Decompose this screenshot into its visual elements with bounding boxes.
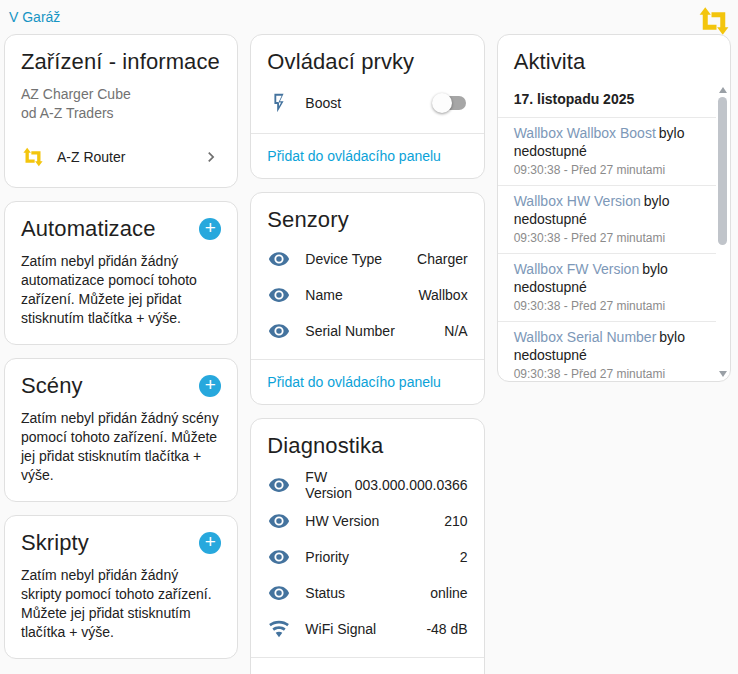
diagnostics-card: Diagnostika FW Version 003.000.000.0366 … [250, 418, 484, 674]
connected-via-label: A-Z Router [57, 149, 201, 165]
logbook-date-header: 17. listopadu 2025 [498, 83, 716, 118]
add-automation-button[interactable]: + [199, 218, 221, 240]
flash-outline-icon [268, 92, 290, 114]
sensor-row-device-type[interactable]: Device Type Charger [267, 241, 467, 277]
scripts-card: Skripty + Zatím nebyl přidán žádný skrip… [4, 515, 238, 659]
automations-card: Automatizace + Zatím nebyl přidán žádný … [4, 201, 238, 345]
logbook-list: 17. listopadu 2025 Wallbox Wallbox Boost… [498, 83, 716, 381]
scripts-title: Skripty [21, 530, 89, 556]
logbook-entry-time: 09:30:38 - Před 27 minutami [514, 162, 700, 178]
logbook-entry: Wallbox HW Versionbylo nedostupné 09:30:… [498, 186, 716, 254]
controls-title: Ovládací prvky [267, 49, 467, 75]
automations-title: Automatizace [21, 216, 156, 242]
logbook-entry: Wallbox FW Versionbylo nedostupné 09:30:… [498, 254, 716, 322]
diagnostic-value: 2 [460, 549, 468, 565]
device-model: AZ Charger Cube [21, 85, 221, 104]
eye-icon [268, 474, 290, 496]
sensor-value: N/A [444, 323, 467, 339]
diagnostic-row-status[interactable]: Status online [267, 575, 467, 611]
chevron-right-icon [201, 147, 221, 167]
diagnostic-row-fw-version[interactable]: FW Version 003.000.000.0366 [267, 467, 467, 503]
activity-title: Aktivita [498, 35, 730, 83]
add-to-dashboard-link-controls[interactable]: Přidat do ovládacího panelu [251, 134, 483, 178]
boost-row: Boost [267, 83, 467, 123]
middle-column: Ovládací prvky Boost [250, 34, 484, 674]
scrollbar-thumb[interactable] [718, 97, 727, 245]
scenes-card: Scény + Zatím nebyl přidán žádný scény p… [4, 358, 238, 502]
boost-toggle[interactable] [432, 96, 466, 110]
logbook-entity-link[interactable]: Wallbox HW Version [514, 193, 641, 209]
diagnostics-title: Diagnostika [267, 433, 467, 459]
eye-icon [268, 320, 290, 342]
connected-via-row[interactable]: A-Z Router [21, 139, 221, 175]
sensor-value: Charger [417, 251, 468, 267]
add-to-dashboard-link-sensors[interactable]: Přidat do ovládacího panelu [251, 360, 483, 404]
device-manufacturer: od A-Z Traders [21, 104, 221, 123]
scrollbar-up-arrow-icon[interactable] [719, 87, 727, 93]
logbook-entry: Wallbox Wallbox Boostbylo nedostupné 09:… [498, 118, 716, 186]
diagnostic-value: online [430, 585, 467, 601]
automations-empty-text: Zatím nebyl přidán žádný automatizace po… [21, 252, 221, 328]
logbook-entry-time: 09:30:38 - Před 27 minutami [514, 230, 700, 246]
sensors-title: Senzory [267, 207, 467, 233]
diagnostic-row-wifi-signal[interactable]: WiFi Signal -48 dB [267, 611, 467, 647]
logbook-entry-time: 09:30:38 - Před 27 minutami [514, 366, 700, 381]
scenes-empty-text: Zatím nebyl přidán žádný scény pomocí to… [21, 409, 221, 485]
content-columns: Zařízení - informace AZ Charger Cube od … [4, 34, 731, 674]
right-column: Aktivita 17. listopadu 2025 Wallbox Wall… [497, 34, 731, 395]
eye-icon [268, 510, 290, 532]
scrollbar-down-arrow-icon[interactable] [719, 371, 727, 377]
logbook-entry-time: 09:30:38 - Před 27 minutami [514, 298, 700, 314]
device-page: V Garáž Zařízení - informace AZ Charger … [0, 0, 738, 674]
diagnostic-row-hw-version[interactable]: HW Version 210 [267, 503, 467, 539]
boost-label: Boost [305, 95, 431, 111]
eye-icon [268, 582, 290, 604]
top-bar: V Garáž [4, 0, 731, 34]
logbook-entity-link[interactable]: Wallbox Wallbox Boost [514, 125, 656, 141]
add-scene-button[interactable]: + [199, 375, 221, 397]
diagnostic-row-priority[interactable]: Priority 2 [267, 539, 467, 575]
sensors-card: Senzory Device Type Charger Name Wallbox [250, 192, 484, 405]
logbook-entity-link[interactable]: Wallbox Serial Number [514, 329, 657, 345]
eye-icon [268, 248, 290, 270]
scripts-empty-text: Zatím nebyl přidán žádný skripty pomocí … [21, 566, 221, 642]
sensor-value: Wallbox [418, 287, 467, 303]
activity-card: Aktivita 17. listopadu 2025 Wallbox Wall… [497, 34, 731, 382]
brand-loop-icon [699, 6, 729, 36]
diagnostic-value: -48 dB [426, 621, 467, 637]
add-script-button[interactable]: + [199, 532, 221, 554]
scenes-title: Scény [21, 373, 83, 399]
device-info-title: Zařízení - informace [21, 49, 221, 75]
device-info-card: Zařízení - informace AZ Charger Cube od … [4, 34, 238, 188]
loop-arrows-icon [21, 147, 43, 167]
eye-icon [268, 284, 290, 306]
add-to-dashboard-link-diagnostics[interactable]: Přidat do ovládacího panelu [251, 658, 483, 674]
breadcrumb-area-link[interactable]: V Garáž [9, 6, 60, 25]
eye-icon [268, 546, 290, 568]
diagnostic-value: 003.000.000.0366 [355, 477, 468, 493]
left-column: Zařízení - informace AZ Charger Cube od … [4, 34, 238, 672]
sensor-row-serial-number[interactable]: Serial Number N/A [267, 313, 467, 349]
controls-card: Ovládací prvky Boost [250, 34, 484, 179]
logbook-entry: Wallbox Serial Numberbylo nedostupné 09:… [498, 322, 716, 381]
diagnostic-value: 210 [444, 513, 467, 529]
wifi-icon [268, 618, 290, 640]
logbook-scrollbar[interactable] [717, 85, 728, 379]
sensor-row-name[interactable]: Name Wallbox [267, 277, 467, 313]
logbook-entity-link[interactable]: Wallbox FW Version [514, 261, 640, 277]
